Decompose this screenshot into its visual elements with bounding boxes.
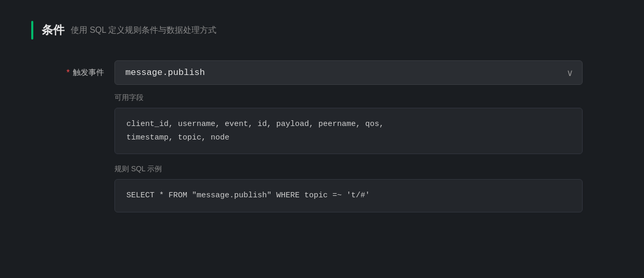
available-fields-block: 可用字段 client_id, username, event, id, pay… (114, 93, 583, 154)
section-header: 条件 使用 SQL 定义规则条件与数据处理方式 (31, 21, 613, 40)
sql-example-content: SELECT * FROM "message.publish" WHERE to… (114, 179, 583, 212)
page-container: 条件 使用 SQL 定义规则条件与数据处理方式 * 触发事件 message.p… (0, 0, 644, 244)
trigger-select[interactable]: message.publish (114, 60, 583, 85)
available-fields-label: 可用字段 (114, 93, 583, 103)
required-star: * (67, 68, 70, 78)
available-fields-content: client_id, username, event, id, payload,… (114, 108, 583, 154)
sql-example-section: 规则 SQL 示例 SELECT * FROM "message.publish… (114, 165, 583, 212)
section-subtitle: 使用 SQL 定义规则条件与数据处理方式 (71, 25, 216, 36)
trigger-event-row: * 触发事件 message.publish ∨ 可用字段 client_id,… (42, 60, 613, 212)
trigger-label: 触发事件 (73, 68, 104, 78)
accent-bar (31, 21, 33, 40)
form-area: * 触发事件 message.publish ∨ 可用字段 client_id,… (31, 60, 613, 212)
trigger-label-area: * 触发事件 (42, 60, 114, 78)
trigger-select-wrapper[interactable]: message.publish ∨ (114, 60, 583, 85)
trigger-form-content: message.publish ∨ 可用字段 client_id, userna… (114, 60, 583, 212)
sql-example-label: 规则 SQL 示例 (114, 165, 583, 174)
section-title: 条件 (42, 22, 65, 38)
